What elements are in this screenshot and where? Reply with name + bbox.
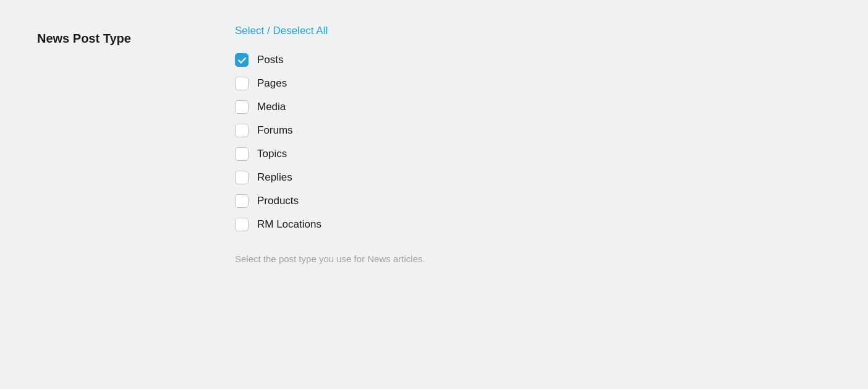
- checkbox-item-topics[interactable]: Topics: [235, 143, 831, 165]
- label-column: News Post Type: [37, 25, 210, 47]
- checkbox-item-rm-locations[interactable]: RM Locations: [235, 214, 831, 235]
- hint-text: Select the post type you use for News ar…: [235, 252, 831, 267]
- checkbox-posts[interactable]: [235, 53, 249, 67]
- checkbox-replies[interactable]: [235, 171, 249, 184]
- checkbox-item-pages[interactable]: Pages: [235, 73, 831, 94]
- checkbox-label-replies: Replies: [257, 171, 292, 184]
- settings-row: News Post Type Select / Deselect All Pos…: [37, 25, 831, 267]
- checkbox-label-rm-locations: RM Locations: [257, 218, 321, 231]
- checkbox-label-media: Media: [257, 101, 286, 113]
- checkbox-item-posts[interactable]: Posts: [235, 49, 831, 71]
- checkbox-label-products: Products: [257, 195, 299, 207]
- checkbox-item-replies[interactable]: Replies: [235, 167, 831, 188]
- select-deselect-all-link[interactable]: Select / Deselect All: [235, 25, 831, 37]
- checkbox-media[interactable]: [235, 100, 249, 114]
- checkbox-item-forums[interactable]: Forums: [235, 120, 831, 141]
- checkbox-forums[interactable]: [235, 124, 249, 137]
- checkbox-label-pages: Pages: [257, 77, 287, 90]
- checkbox-topics[interactable]: [235, 147, 249, 161]
- checkbox-products[interactable]: [235, 194, 249, 208]
- content-column: Select / Deselect All PostsPagesMediaFor…: [235, 25, 831, 267]
- checkbox-label-forums: Forums: [257, 124, 293, 137]
- checkbox-pages[interactable]: [235, 77, 249, 90]
- checkbox-item-media[interactable]: Media: [235, 96, 831, 118]
- section-label: News Post Type: [37, 32, 131, 45]
- checkbox-rm-locations[interactable]: [235, 218, 249, 231]
- checkbox-label-topics: Topics: [257, 148, 287, 160]
- checkbox-list: PostsPagesMediaForumsTopicsRepliesProduc…: [235, 49, 831, 235]
- checkbox-label-posts: Posts: [257, 54, 284, 66]
- checkbox-item-products[interactable]: Products: [235, 190, 831, 212]
